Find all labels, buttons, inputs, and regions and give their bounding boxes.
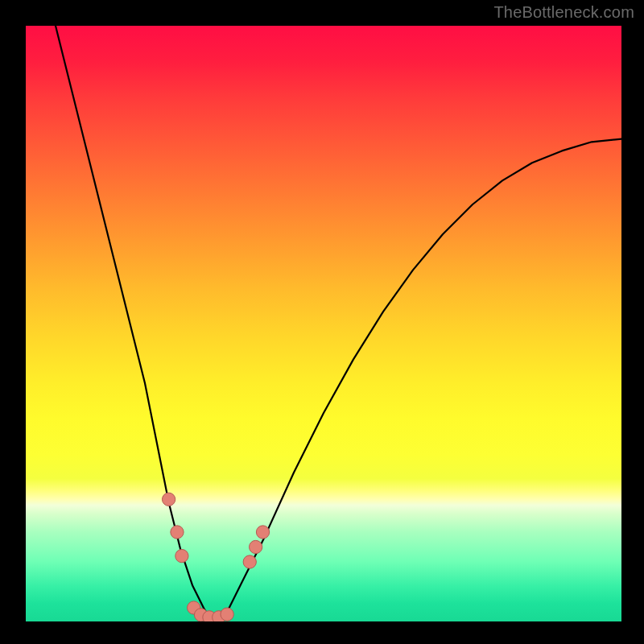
data-point [175,549,188,562]
bottleneck-curve [56,26,621,618]
curve-svg [26,26,621,621]
data-points-layer [162,493,269,621]
data-point [162,493,175,506]
data-point [250,540,262,553]
data-point [256,526,269,539]
data-point [171,526,184,539]
data-point [221,608,233,621]
data-point [243,555,256,568]
watermark-text: TheBottleneck.com [493,3,634,22]
chart-frame: TheBottleneck.com [0,0,644,644]
plot-area [26,26,621,621]
